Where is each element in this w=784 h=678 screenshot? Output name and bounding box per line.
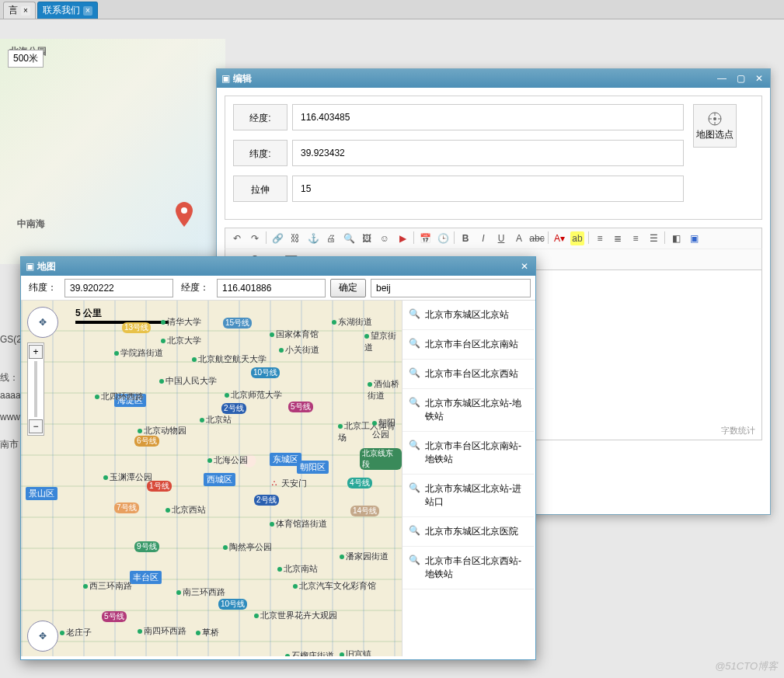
map-canvas[interactable]: 5 公里 ✥ + − ✥ 海淀区西城区东城区朝阳区丰台区景山区15号线13号线1…: [21, 301, 402, 656]
map-poi[interactable]: 北京站: [200, 414, 232, 426]
search-icon: 🔍: [409, 308, 420, 322]
suggestion-item[interactable]: 🔍北京市丰台区北京南站: [402, 330, 534, 360]
map-poi[interactable]: 潘家园街道: [340, 551, 389, 562]
font-icon[interactable]: A: [512, 231, 526, 245]
map-poi[interactable]: 体育馆路街道: [270, 518, 327, 530]
bold-icon[interactable]: B: [458, 231, 472, 245]
map-poi[interactable]: 学院路街道: [114, 347, 163, 359]
suggestion-item[interactable]: 🔍北京市东城区北京站: [402, 301, 534, 330]
map-poi[interactable]: 北京航空航天大学: [192, 353, 267, 365]
search-icon: 🔍: [409, 482, 420, 509]
time-icon[interactable]: 🕒: [436, 231, 450, 245]
suggestion-item[interactable]: 🔍北京市东城区北京医院: [402, 517, 534, 547]
map-pick-button[interactable]: 地图选点: [693, 104, 737, 148]
zoom-slider[interactable]: + −: [27, 342, 44, 436]
italic-icon[interactable]: I: [476, 231, 490, 245]
underline-icon[interactable]: U: [494, 231, 508, 245]
image-icon[interactable]: 🖼: [360, 231, 374, 245]
map-poi[interactable]: 酒仙桥街道: [368, 378, 402, 402]
zoom-in-icon[interactable]: +: [29, 345, 43, 359]
subway-line-label: 9号线: [134, 541, 159, 552]
district-tag[interactable]: 朝阳区: [297, 461, 329, 474]
emoji-icon[interactable]: ☺: [378, 231, 392, 245]
tab-prev[interactable]: 言 ×: [3, 2, 36, 19]
maximize-icon[interactable]: ▢: [734, 73, 747, 84]
zoom-input[interactable]: [292, 176, 684, 202]
anchor-icon[interactable]: ⚓: [306, 231, 320, 245]
map-poi[interactable]: 中国人民大学: [159, 375, 217, 387]
suggestion-item[interactable]: 🔍北京市东城区北京站-进站口: [402, 475, 534, 517]
map-poi[interactable]: 东湖街道: [332, 316, 372, 328]
dialog-header[interactable]: ▣ 编辑 — ▢ ✕: [217, 69, 770, 88]
map-poi[interactable]: 北海公园: [207, 454, 248, 466]
close-icon[interactable]: ×: [83, 6, 92, 16]
map-poi[interactable]: 望京街道: [364, 330, 402, 353]
pan-control[interactable]: ✥: [27, 307, 58, 338]
district-tag[interactable]: 景山区: [26, 487, 57, 500]
confirm-button[interactable]: 确定: [330, 279, 366, 297]
suggestion-item[interactable]: 🔍北京市丰台区北京西站: [402, 360, 534, 389]
map-poi[interactable]: 北京大学: [161, 335, 201, 346]
map-poi[interactable]: 玉渊潭公园: [103, 471, 152, 483]
zoom-out-icon[interactable]: −: [29, 419, 43, 433]
map-poi[interactable]: 北京师范大学: [225, 389, 282, 401]
map-poi[interactable]: 老庄子: [60, 627, 92, 638]
strike-icon[interactable]: abc: [530, 231, 544, 245]
close-icon[interactable]: ✕: [518, 261, 531, 272]
map-dialog-header[interactable]: ▣ 地图 ✕: [21, 257, 535, 276]
map-poi[interactable]: 小关街道: [279, 344, 319, 356]
subway-line-label: 4号线: [347, 478, 372, 489]
map-poi[interactable]: 北京世界花卉大观园: [254, 610, 337, 621]
unlink-icon[interactable]: ⛓: [288, 231, 302, 245]
print-icon[interactable]: 🖨: [324, 231, 338, 245]
latitude-input[interactable]: [292, 140, 684, 166]
word-count[interactable]: 字数统计: [721, 425, 755, 436]
align-justify-icon[interactable]: ☰: [646, 231, 660, 245]
align-left-icon[interactable]: ≡: [593, 231, 607, 245]
close-icon[interactable]: ×: [21, 6, 30, 16]
map-poi[interactable]: 北京西站: [166, 504, 206, 516]
date-icon[interactable]: 📅: [418, 231, 432, 245]
suggestion-item[interactable]: 🔍北京市东城区北京站-地铁站: [402, 389, 534, 432]
align-right-icon[interactable]: ≡: [629, 231, 643, 245]
map-poi[interactable]: 西三环南路: [83, 580, 132, 592]
tab-contact[interactable]: 联系我们 ×: [37, 2, 98, 19]
map-poi[interactable]: 南三环西路: [176, 586, 225, 598]
search-input[interactable]: [371, 279, 531, 297]
highlight-icon[interactable]: ab: [570, 231, 584, 245]
map-poi[interactable]: 旧宫镇: [340, 648, 371, 656]
map-poi[interactable]: 陶然亭公园: [223, 541, 272, 553]
suggestion-item[interactable]: 🔍北京市丰台区北京西站-地铁站: [402, 547, 534, 589]
video-icon[interactable]: ▶: [395, 231, 409, 245]
map-poi[interactable]: 南四环西路: [138, 625, 186, 637]
close-icon[interactable]: ✕: [753, 73, 765, 84]
preview-icon[interactable]: 🔍: [342, 231, 356, 245]
link-icon[interactable]: 🔗: [270, 231, 284, 245]
lon-input[interactable]: [217, 279, 326, 297]
district-tag[interactable]: 丰台区: [130, 571, 162, 584]
scale-bar: [75, 321, 169, 324]
edge-gs: GS(2: [0, 334, 22, 345]
map-poi[interactable]: 北四环西路: [95, 391, 144, 402]
align-center-icon[interactable]: ≣: [611, 231, 625, 245]
district-tag[interactable]: 西城区: [204, 473, 235, 486]
map-poi[interactable]: 北京南站: [277, 563, 318, 575]
map-poi[interactable]: 清华大学: [161, 316, 201, 328]
lat-input[interactable]: [64, 279, 173, 297]
minimize-icon[interactable]: —: [716, 73, 728, 84]
map-poi[interactable]: ⛬ 天安门: [270, 478, 307, 489]
map-poi[interactable]: 北京动物园: [138, 425, 186, 436]
suggestion-item[interactable]: 🔍北京市丰台区北京南站-地铁站: [402, 432, 534, 475]
map-poi[interactable]: 朝阳公园: [372, 417, 402, 440]
redo-icon[interactable]: ↷: [248, 231, 262, 245]
map-poi[interactable]: 国家体育馆: [270, 329, 319, 340]
eraser-icon[interactable]: ◧: [669, 231, 683, 245]
longitude-input[interactable]: [292, 104, 684, 130]
fontcolor-icon[interactable]: A▾: [552, 231, 566, 245]
fullscreen-icon[interactable]: ▣: [687, 231, 701, 245]
undo-icon[interactable]: ↶: [230, 231, 244, 245]
map-poi[interactable]: 草桥: [196, 627, 219, 638]
map-poi[interactable]: 石榴庄街道: [285, 650, 334, 656]
pan-control-bottom[interactable]: ✥: [27, 621, 58, 652]
map-poi[interactable]: 北京汽车文化彩育馆: [293, 580, 376, 592]
